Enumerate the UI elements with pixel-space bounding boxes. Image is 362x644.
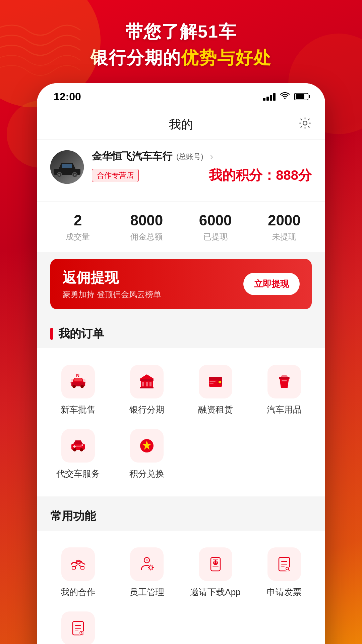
common-section: 常用功能 [37,502,325,644]
order-finance-label: 融资租赁 [198,404,233,416]
order-trade-label: 代交车服务 [56,468,100,480]
order-item-trade[interactable]: 代交车服务 [44,422,112,486]
nav-bar: 我的 [37,110,325,140]
finance-icon-wrap [199,365,232,398]
svg-rect-20 [142,382,144,386]
stat-pending-label: 未提现 [250,231,318,242]
svg-point-8 [58,174,60,176]
svg-rect-12 [74,378,82,381]
svg-text:N: N [76,373,79,378]
svg-rect-31 [282,380,287,381]
stat-withdrawn-label: 已提现 [181,231,250,242]
order-bank-label: 银行分期 [129,404,164,416]
orders-title: 我的订单 [58,326,104,341]
cashback-subtitle: 豪勇加持 登顶佣金风云榜单 [62,289,161,300]
order-new-car-label: 新车批售 [61,404,96,416]
invoice-history-icon-wrap [61,611,95,644]
wifi-icon [280,92,290,102]
cashback-title: 返佣提现 [62,268,161,287]
stat-total-commission-label: 佣金总额 [112,231,181,242]
order-item-products[interactable]: 汽车用品 [250,358,318,422]
stat-pending-value: 2000 [250,212,318,229]
new-car-icon-wrap: N [61,365,95,398]
profile-row[interactable]: 金华恒飞汽车车行 (总账号) › 合作专营店 我的积分：888分 [50,150,312,184]
stat-withdrawn-value: 6000 [181,212,250,229]
svg-rect-23 [140,387,154,388]
common-item-cooperation[interactable]: 我的合作 [44,541,112,605]
cashback-banner-left: 返佣提现 豪勇加持 登顶佣金风云榜单 [62,268,161,300]
top-banner: 带您了解51车 银行分期的优势与好处 [0,0,362,83]
avatar [50,150,84,184]
cashback-button[interactable]: 立即提现 [243,273,300,295]
common-row-1: 我的合作 [44,541,318,605]
orders-grid: N 新车批售 [37,348,325,496]
common-row-2: 历史发票 [44,605,318,644]
svg-point-3 [303,121,307,125]
stat-transactions-label: 成交量 [44,231,112,242]
main-content: 金华恒飞汽车车行 (总账号) › 合作专营店 我的积分：888分 2 成 [37,140,325,644]
svg-point-35 [80,448,83,451]
common-item-staff[interactable]: 员工管理 [112,541,181,605]
signal-icon [263,93,276,101]
orders-row-1: N 新车批售 [44,358,318,422]
svg-point-32 [281,375,288,378]
common-title: 常用功能 [37,502,325,531]
profile-section: 金华恒飞汽车车行 (总账号) › 合作专营店 我的积分：888分 [37,140,325,201]
common-item-invoice-history[interactable]: 历史发票 [44,605,112,644]
svg-point-13 [72,385,76,388]
profile-points: 我的积分：888分 [209,166,312,184]
common-invoice-apply-label: 申请发票 [267,586,302,598]
trade-icon-wrap [61,429,95,463]
svg-rect-46 [213,559,218,560]
svg-marker-19 [139,374,154,379]
status-icons [263,92,308,102]
order-item-finance[interactable]: 融资租赁 [181,358,250,422]
profile-info: 金华恒飞汽车车行 (总账号) › 合作专营店 我的积分：888分 [92,150,312,184]
order-item-new-car[interactable]: N 新车批售 [44,358,112,422]
common-item-invoice-apply[interactable]: 申请发票 [250,541,318,605]
profile-badge: 合作专营店 [92,169,139,182]
stat-pending: 2000 未提现 [250,212,318,242]
svg-point-42 [146,559,148,561]
svg-rect-18 [140,379,154,381]
cashback-banner[interactable]: 返佣提现 豪勇加持 登顶佣金风云榜单 立即提现 [50,259,312,309]
banner-line2-normal: 银行分期的 [90,48,181,67]
staff-icon-wrap [130,547,164,581]
svg-rect-21 [146,382,148,386]
svg-point-34 [73,448,76,451]
common-item-invite[interactable]: 邀请下载App [181,541,250,605]
common-staff-label: 员工管理 [129,586,164,598]
order-item-points[interactable]: 积分兑换 [112,422,181,486]
status-bar: 12:00 [37,83,325,110]
products-icon-wrap [267,365,301,398]
stat-transactions: 2 成交量 [44,212,112,242]
points-icon-wrap [130,429,164,463]
svg-rect-28 [209,381,216,382]
profile-tag: (总账号) [176,152,203,162]
bank-icon-wrap [130,365,164,398]
battery-icon [294,93,308,100]
orders-section-header: 我的订单 [37,316,325,348]
order-item-bank[interactable]: 银行分期 [112,358,181,422]
chevron-right-icon: › [210,151,213,162]
settings-button[interactable] [298,116,312,133]
profile-name: 金华恒飞汽车车行 [92,150,172,163]
banner-line1: 带您了解51车 [13,20,349,44]
status-time: 12:00 [54,91,81,103]
banner-line2-highlight: 优势与好处 [181,48,272,67]
banner-line2: 银行分期的优势与好处 [13,46,349,70]
stat-total-commission-value: 8000 [112,212,181,229]
svg-rect-29 [209,383,214,384]
cooperation-icon-wrap [61,547,95,581]
common-cooperation-label: 我的合作 [61,586,96,598]
stat-total-commission: 8000 佣金总额 [112,212,181,242]
nav-title: 我的 [169,116,193,133]
svg-point-14 [80,385,84,388]
stats-row: 2 成交量 8000 佣金总额 6000 已提现 2000 未提现 [37,201,325,252]
svg-point-9 [74,174,76,176]
svg-rect-25 [209,377,222,380]
svg-rect-15 [70,382,86,383]
invite-icon-wrap [199,547,232,581]
invoice-apply-icon-wrap [267,547,301,581]
stat-withdrawn: 6000 已提现 [181,212,250,242]
